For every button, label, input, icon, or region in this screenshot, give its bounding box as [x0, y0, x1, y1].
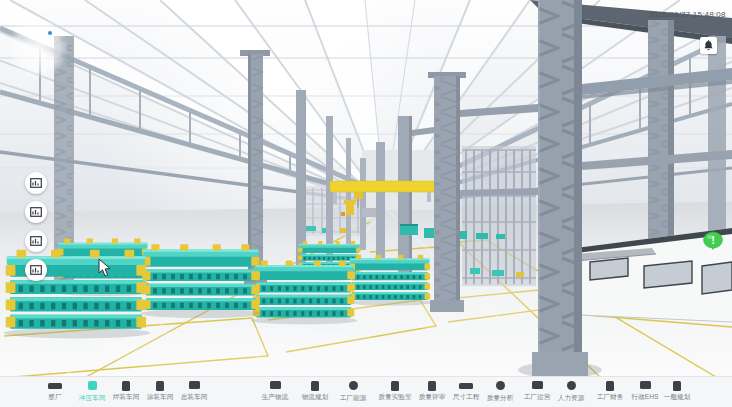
review-doc-icon	[428, 381, 436, 391]
planning-icon	[673, 381, 681, 391]
mouse-cursor	[98, 258, 111, 277]
die-stack[interactable]	[348, 255, 432, 306]
ruler-icon	[459, 383, 473, 389]
lab-icon	[391, 381, 399, 391]
kpi-chart-icon	[30, 236, 42, 246]
bottom-toolbar: 整厂 冲压车间 焊装车间 涂装车间 总装车间 生产物流 物流规划 工厂能源 质量…	[0, 376, 732, 407]
timestamp-display: 2018/09/27 15:48:08	[641, 8, 732, 22]
kpi-chart-icon	[30, 178, 42, 188]
kpi-panel-button-2[interactable]	[25, 201, 47, 223]
module-human-resources[interactable]: 人力资源	[551, 381, 591, 403]
digital-twin-app: ! 2018/09/27 15:48:08 整厂 冲压车间 焊装车间 涂装车间 …	[0, 0, 732, 407]
assembly-icon	[189, 381, 200, 389]
stamping-icon	[88, 381, 97, 390]
module-quality-analysis[interactable]: 质量分析	[480, 381, 520, 403]
module-logistics-planning[interactable]: 物流规划	[295, 381, 335, 402]
storage-racks-right	[462, 146, 536, 286]
factory-icon	[48, 383, 62, 389]
tab-assembly-shop[interactable]: 总装车间	[174, 381, 214, 402]
module-general-planning[interactable]: 一般规划	[657, 381, 697, 402]
kpi-panel-button-3[interactable]	[25, 230, 47, 252]
operations-chart-icon	[532, 381, 543, 389]
die-stack[interactable]	[4, 250, 151, 339]
person-icon	[567, 381, 576, 390]
module-factory-energy[interactable]: 工厂能源	[333, 381, 373, 403]
alert-symbol: !	[711, 234, 715, 246]
finance-icon	[606, 381, 614, 391]
scene-3d-viewport[interactable]: !	[0, 0, 732, 377]
notifications-button[interactable]	[700, 37, 717, 54]
kpi-chart-icon	[30, 207, 42, 217]
logistics-plan-icon	[311, 381, 319, 391]
bell-icon	[704, 40, 713, 51]
kpi-panel-button-4[interactable]	[25, 259, 47, 281]
building-icon	[640, 381, 651, 389]
tab-whole-plant[interactable]: 整厂	[35, 381, 75, 402]
compass-north-dot	[48, 31, 52, 35]
energy-icon	[349, 381, 358, 390]
welding-icon	[122, 381, 130, 391]
truck-icon	[270, 381, 281, 389]
kpi-panel-button-1[interactable]	[25, 172, 47, 194]
kpi-chart-icon	[30, 265, 42, 275]
die-stack[interactable]	[251, 260, 357, 324]
shield-icon	[496, 381, 505, 390]
painting-icon	[156, 381, 164, 391]
module-production-logistics[interactable]: 生产物流	[255, 381, 295, 402]
navigation-compass[interactable]	[8, 18, 68, 78]
module-factory-finance[interactable]: 工厂财务	[590, 381, 630, 402]
